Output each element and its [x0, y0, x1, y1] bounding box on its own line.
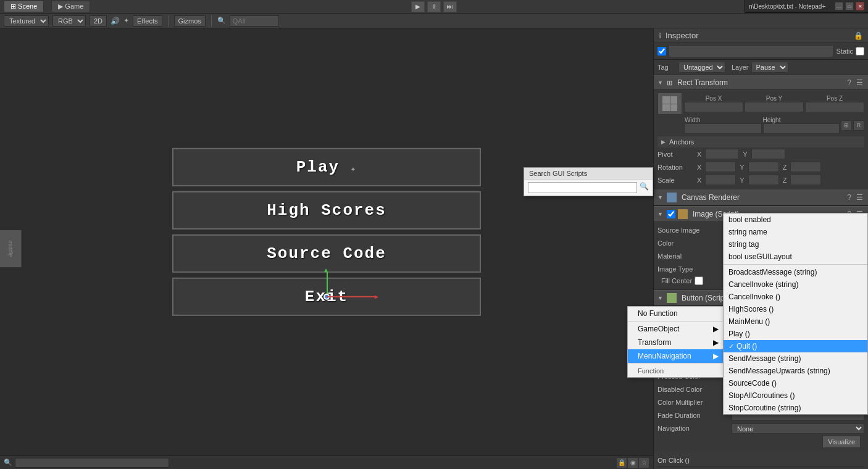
- lock-button[interactable]: ☆: [638, 457, 649, 468]
- rect-transform-info[interactable]: ?: [846, 78, 853, 87]
- fn-quit-selected[interactable]: ✓ Quit (): [724, 340, 867, 352]
- no-function-item[interactable]: No Function: [628, 307, 728, 320]
- fill-center-checkbox[interactable]: [695, 276, 703, 285]
- canvas-renderer-info[interactable]: ?: [846, 193, 853, 202]
- fn-stop-coroutine[interactable]: StopCoroutine (string): [724, 402, 867, 414]
- fn-bool-use-gui-layout[interactable]: bool useGUILayout: [724, 251, 867, 263]
- effects-button[interactable]: Effects: [133, 15, 162, 27]
- on-click-section: On Click () Runtime Only MenuNavigation.…: [654, 452, 868, 469]
- rotation-y-input[interactable]: 0: [748, 162, 779, 172]
- pivot-x-input[interactable]: 0.5: [705, 149, 739, 159]
- rotation-x-input[interactable]: 0: [705, 162, 736, 172]
- image-script-active[interactable]: [667, 210, 675, 218]
- search-all-input[interactable]: [230, 15, 279, 27]
- canvas-renderer-header[interactable]: ▼ Canvas Renderer ? ☰: [654, 189, 868, 205]
- search-gui-panel: Search GUI Scripts 🔍: [524, 167, 653, 196]
- fn-main-menu[interactable]: MainMenu (): [724, 315, 867, 328]
- notepad-maximize[interactable]: □: [845, 2, 854, 10]
- disabled-color-label: Disabled Color: [657, 386, 732, 393]
- fn-string-name[interactable]: string name: [724, 226, 867, 238]
- visualize-button[interactable]: Visualize: [822, 436, 861, 448]
- width-height-row: Width 230.3 Height 40 ⊞ R: [685, 117, 864, 134]
- expand-arrow: ▼: [657, 80, 663, 86]
- sub-dropdown-divider2: [628, 363, 728, 364]
- rotation-z-input[interactable]: 0: [790, 162, 821, 172]
- scene-icon: ⊞: [10, 2, 16, 10]
- play-controls: ▶ ⏸ ⏭: [411, 1, 457, 12]
- fn-bool-enabled[interactable]: bool enabled: [724, 214, 867, 226]
- height-input[interactable]: 40: [763, 123, 840, 134]
- game-tab[interactable]: ▶ Game: [51, 1, 90, 12]
- scale-z-input[interactable]: 0.957496: [790, 175, 821, 185]
- tag-label: Tag: [657, 64, 676, 71]
- navigation-select[interactable]: None: [732, 423, 864, 434]
- scale-x-input[interactable]: 0.9574964: [705, 175, 736, 185]
- scene-tab[interactable]: ⊞ Scene: [4, 1, 44, 12]
- rect-transform-menu[interactable]: ☰: [855, 78, 864, 87]
- fn-stop-all-coroutines[interactable]: StopAllCoroutines (): [724, 389, 867, 402]
- exit-game-button[interactable]: Exit ▲ ▶: [172, 278, 481, 316]
- inspector-header: ℹ Inspector 🔒: [654, 28, 868, 43]
- textured-select[interactable]: Textured: [4, 15, 49, 27]
- fn-source-code[interactable]: SourceCode (): [724, 377, 867, 389]
- function-label: Function: [628, 365, 728, 377]
- middle-indicator: middle: [0, 230, 22, 267]
- scale-y-input[interactable]: 0.957496: [748, 175, 779, 185]
- rgb-select[interactable]: RGB: [52, 15, 86, 27]
- fn-divider1: [724, 264, 867, 265]
- scene-background: Play ✦ High Scores Source Code Exit ▲: [0, 28, 653, 469]
- anchor-picker[interactable]: [657, 93, 682, 115]
- fn-send-message[interactable]: SendMessage (string): [724, 352, 867, 365]
- pos-y-input[interactable]: -116: [745, 102, 804, 112]
- pause-button[interactable]: ⏸: [427, 1, 441, 12]
- height-field: Height 40: [763, 117, 840, 134]
- gizmo-up-arrow: [327, 272, 328, 297]
- constrain-button[interactable]: ⊞: [841, 120, 852, 131]
- step-button[interactable]: ⏭: [443, 1, 457, 12]
- high-scores-game-button[interactable]: High Scores: [172, 191, 481, 230]
- zoom-in-button[interactable]: ◉: [627, 457, 638, 468]
- toolbar-divider-2: [211, 15, 212, 27]
- notepad-minimize[interactable]: —: [835, 2, 843, 10]
- game-object-arrow: ▶: [713, 325, 719, 333]
- blueprint-button[interactable]: R: [853, 120, 864, 131]
- scene-search-input[interactable]: [15, 458, 169, 468]
- tag-select[interactable]: Untagged: [678, 62, 725, 73]
- play-button[interactable]: ▶: [411, 1, 425, 12]
- material-label: Material: [657, 252, 732, 260]
- canvas-renderer-menu[interactable]: ☰: [855, 193, 864, 202]
- layer-select[interactable]: Pause: [751, 62, 788, 73]
- rect-transform-header[interactable]: ▼ ⊞ Rect Transform ? ☰: [654, 75, 868, 90]
- search-gui-title: Search GUI Scripts: [529, 170, 587, 177]
- static-checkbox[interactable]: [856, 47, 864, 56]
- 2d-button[interactable]: 2D: [90, 15, 107, 27]
- search-gui-input-row: 🔍: [524, 180, 653, 196]
- fn-string-tag[interactable]: string tag: [724, 238, 867, 251]
- gizmo-up-arrowhead: ▲: [324, 267, 329, 274]
- width-input[interactable]: 230.3: [685, 123, 762, 134]
- object-name-input[interactable]: Exit: [669, 45, 833, 57]
- fn-high-scores[interactable]: HighScores (): [724, 303, 867, 315]
- fn-cancel-invoke[interactable]: CancelInvoke (): [724, 291, 867, 303]
- sub-dropdown-divider1: [628, 321, 728, 322]
- menu-navigation-item[interactable]: MenuNavigation ▶: [628, 349, 728, 363]
- gizmos-button[interactable]: Gizmos: [174, 15, 206, 27]
- transform-item[interactable]: Transform ▶: [628, 336, 728, 349]
- notepad-close[interactable]: ✕: [856, 2, 864, 10]
- pos-z-input[interactable]: 0: [805, 102, 864, 112]
- play-game-button[interactable]: Play ✦: [172, 148, 481, 186]
- fn-send-message-upwards[interactable]: SendMessageUpwards (string): [724, 365, 867, 377]
- anchors-section-header[interactable]: ▶ Anchors: [657, 136, 864, 147]
- color-multiplier-label: Color Multiplier: [657, 399, 732, 406]
- fn-play[interactable]: Play (): [724, 328, 867, 340]
- fn-broadcast-message[interactable]: BroadcastMessage (string): [724, 266, 867, 278]
- object-active-checkbox[interactable]: [657, 47, 666, 56]
- search-gui-input[interactable]: [528, 182, 637, 193]
- zoom-out-button[interactable]: 🔒: [616, 457, 627, 468]
- pos-x-input[interactable]: -5.999974: [684, 102, 743, 112]
- pivot-y-input[interactable]: 0.5: [751, 149, 785, 159]
- fn-cancel-invoke-string[interactable]: CancelInvoke (string): [724, 278, 867, 291]
- rotation-row: Rotation X 0 Y 0 Z 0: [657, 160, 864, 173]
- game-object-item[interactable]: GameObject ▶: [628, 322, 728, 336]
- gizmo-right-arrowhead: ▶: [375, 293, 380, 301]
